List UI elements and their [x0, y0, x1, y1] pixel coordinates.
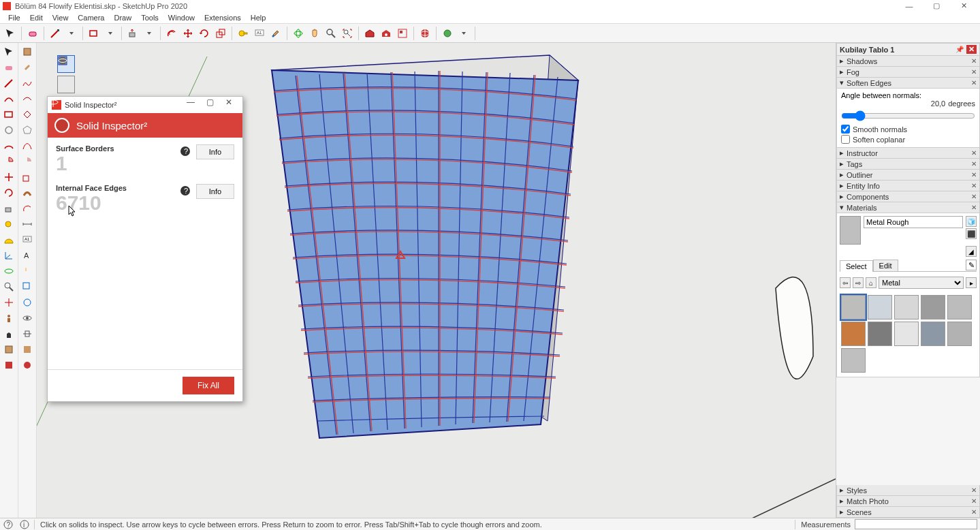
- dialog-titlebar[interactable]: Solid Inspector² — ▢ ✕: [48, 97, 242, 113]
- bezier-icon[interactable]: [20, 138, 35, 153]
- menu-help[interactable]: Help: [247, 13, 270, 22]
- panel-fog[interactable]: ▸Fog✕: [836, 67, 980, 78]
- fredo-dropdown-icon[interactable]: [456, 26, 471, 41]
- line-dropdown-icon[interactable]: [64, 26, 79, 41]
- followme-icon[interactable]: [20, 185, 35, 200]
- look-around-icon[interactable]: [20, 311, 35, 326]
- panel-close-icon[interactable]: ✕: [971, 508, 977, 516]
- panel-close-icon[interactable]: ✕: [971, 68, 977, 76]
- smooth-normals-checkbox[interactable]: Smooth normals: [841, 124, 975, 134]
- arc-icon[interactable]: [1, 91, 16, 106]
- material-swatch[interactable]: [947, 322, 972, 346]
- shape-tool-icon[interactable]: [86, 26, 101, 41]
- panel-tags[interactable]: ▸Tags✕: [836, 159, 980, 170]
- menu-view[interactable]: View: [48, 13, 73, 22]
- material-swatch[interactable]: [841, 295, 866, 319]
- materials-tab-edit[interactable]: Edit: [873, 260, 898, 271]
- protractor-icon[interactable]: [1, 232, 16, 247]
- material-swatch[interactable]: [868, 322, 892, 346]
- menu-tools[interactable]: Tools: [137, 13, 163, 22]
- tape-tool-icon[interactable]: [236, 26, 251, 41]
- eraser-tool-icon[interactable]: [25, 26, 40, 41]
- material-name-input[interactable]: [864, 216, 963, 228]
- line-tool-icon[interactable]: [48, 26, 63, 41]
- zoom-extents-icon[interactable]: [1, 295, 16, 310]
- panel-shadows[interactable]: ▸Shadows✕: [836, 56, 980, 67]
- pushpull-dropdown-icon[interactable]: [142, 26, 157, 41]
- panel-materials[interactable]: ▾Materials✕: [836, 202, 980, 213]
- pie-arc-icon[interactable]: [20, 154, 35, 169]
- panel-close-icon[interactable]: ✕: [971, 171, 977, 178]
- fix-all-button[interactable]: Fix All: [183, 377, 234, 394]
- move-icon[interactable]: [1, 170, 16, 185]
- panel-close-icon[interactable]: ✕: [971, 57, 977, 65]
- dialog-maximize-button[interactable]: ▢: [200, 97, 219, 112]
- section-cut-icon[interactable]: [20, 326, 35, 341]
- shape-dropdown-icon[interactable]: [103, 26, 118, 41]
- rect-icon[interactable]: [1, 107, 16, 122]
- nav-back-icon[interactable]: ⇦: [840, 277, 851, 288]
- panel-close-icon[interactable]: ✕: [971, 204, 977, 211]
- info-button[interactable]: Info: [196, 144, 234, 159]
- previous-view-icon[interactable]: [20, 295, 35, 310]
- materials-tab-select[interactable]: Select: [840, 260, 873, 272]
- scene-globe-icon[interactable]: [57, 76, 75, 93]
- 3dtext-icon[interactable]: A1: [20, 232, 35, 247]
- line-icon[interactable]: [1, 76, 16, 91]
- axes-icon[interactable]: [1, 248, 16, 263]
- material-swatch[interactable]: [868, 295, 892, 319]
- menu-file[interactable]: File: [4, 13, 25, 22]
- pan-tool-icon[interactable]: [307, 26, 322, 41]
- info-button[interactable]: Info: [196, 184, 234, 199]
- panel-close-icon[interactable]: ✕: [971, 149, 977, 157]
- pan-icon[interactable]: [20, 264, 35, 279]
- material-preview[interactable]: [840, 216, 861, 245]
- offset-icon[interactable]: [20, 201, 35, 216]
- help-icon[interactable]: ?: [3, 519, 14, 530]
- text-tool-icon[interactable]: A1: [252, 26, 267, 41]
- select-tool-icon[interactable]: [3, 26, 18, 41]
- material-swatch[interactable]: [894, 322, 919, 346]
- extension-warehouse-icon[interactable]: [379, 26, 394, 41]
- 2pt-arc-icon[interactable]: [1, 138, 16, 153]
- window-minimize-button[interactable]: —: [896, 0, 923, 12]
- pushpull-tool-icon[interactable]: [125, 26, 140, 41]
- circle-icon[interactable]: [1, 123, 16, 138]
- freehand-icon[interactable]: [20, 76, 35, 91]
- fredo-tool-icon[interactable]: [440, 26, 455, 41]
- edit-material-icon[interactable]: ✎: [966, 260, 977, 270]
- panel-close-icon[interactable]: ✕: [971, 497, 977, 505]
- orbit-icon[interactable]: [1, 264, 16, 279]
- text-label-icon[interactable]: A: [20, 248, 35, 263]
- menu-extensions[interactable]: Extensions: [200, 13, 245, 22]
- scale-tool-icon[interactable]: [213, 26, 228, 41]
- tray-title[interactable]: Kubilay Tablo 1 📌 ✕: [836, 43, 980, 56]
- panel-close-icon[interactable]: ✕: [971, 79, 977, 87]
- panel-close-icon[interactable]: ✕: [971, 182, 977, 189]
- section-plane-icon[interactable]: [1, 342, 16, 357]
- tray-close-icon[interactable]: ✕: [966, 45, 977, 54]
- zoom-icon[interactable]: [1, 279, 16, 294]
- create-material-icon[interactable]: 🧊: [966, 216, 977, 227]
- zoom-tool-icon[interactable]: [323, 26, 338, 41]
- soften-coplanar-checkbox[interactable]: Soften coplanar: [841, 134, 975, 144]
- eyedropper-icon[interactable]: ◢: [966, 246, 977, 257]
- section-display-icon[interactable]: [1, 358, 16, 373]
- dialog-close-button[interactable]: ✕: [219, 97, 238, 112]
- panel-soften-edges[interactable]: ▾Soften Edges✕: [836, 78, 980, 89]
- material-swatch[interactable]: [947, 295, 972, 319]
- rotated-rect-icon[interactable]: [20, 107, 35, 122]
- rotate-icon[interactable]: [1, 185, 16, 200]
- plugin-icon[interactable]: [20, 358, 35, 373]
- solid-inspector-globe-icon[interactable]: [417, 26, 432, 41]
- polygon-icon[interactable]: [20, 123, 35, 138]
- material-swatch[interactable]: [841, 348, 866, 373]
- zoom-extents-tool-icon[interactable]: [340, 26, 355, 41]
- material-swatch[interactable]: [921, 295, 945, 319]
- paint-tool-icon[interactable]: [268, 26, 283, 41]
- move-tool-icon[interactable]: [180, 26, 195, 41]
- set-default-icon[interactable]: ⬛: [966, 228, 977, 239]
- warehouse-icon[interactable]: [362, 26, 377, 41]
- panel-outliner[interactable]: ▸Outliner✕: [836, 170, 980, 181]
- rotate-tool-icon[interactable]: [197, 26, 212, 41]
